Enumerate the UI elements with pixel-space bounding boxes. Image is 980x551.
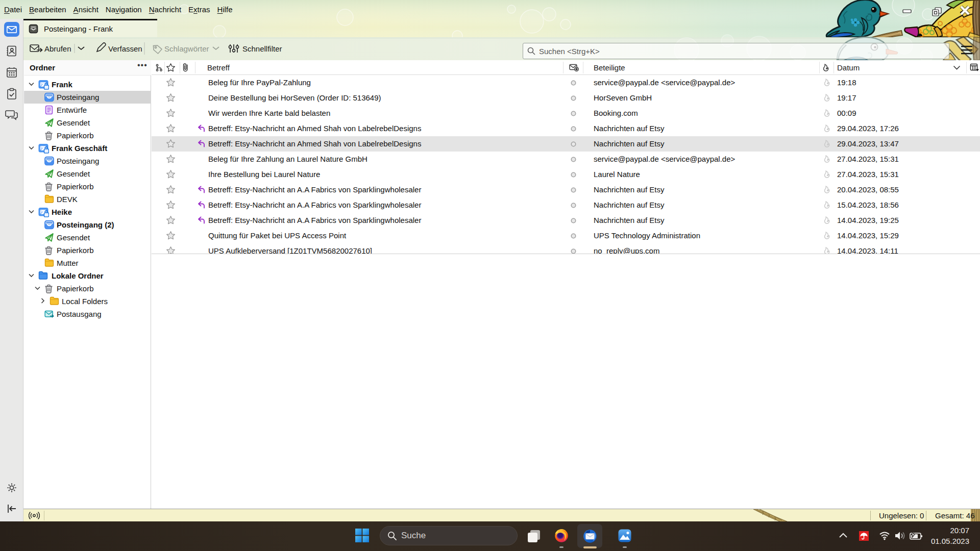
- svg-text:Schnellfilter: Schnellfilter: [242, 44, 282, 53]
- svg-text:Schlagwörter: Schlagwörter: [164, 44, 209, 53]
- svg-text:Abrufen: Abrufen: [44, 44, 71, 53]
- svg-text:Verfassen: Verfassen: [108, 44, 142, 53]
